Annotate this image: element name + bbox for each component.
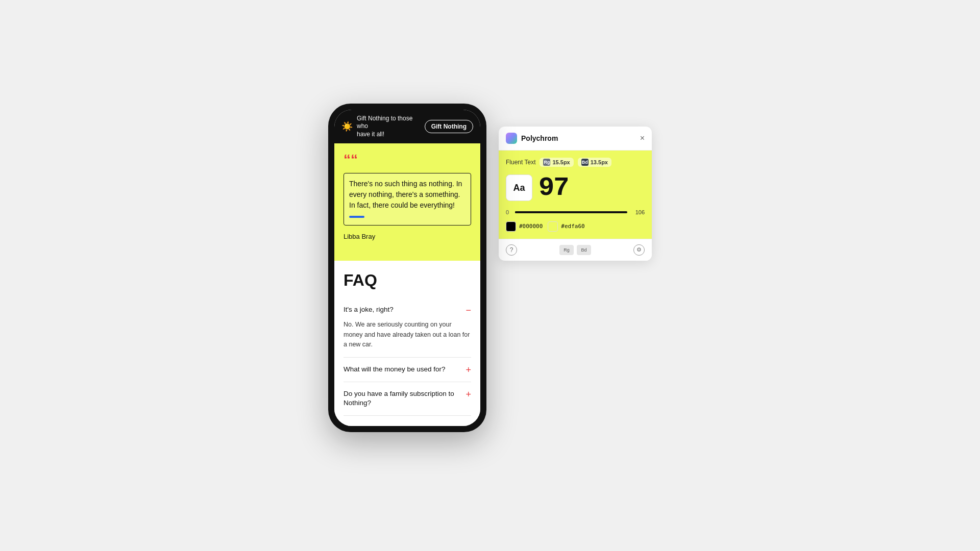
faq-toggle-icon-2: + xyxy=(465,365,471,374)
contrast-slider[interactable] xyxy=(515,211,627,213)
faq-item-2[interactable]: What will the money be used for? + xyxy=(344,358,471,382)
slider-min-label: 0 xyxy=(506,209,511,215)
fluent-badge-bd: Bd 13.5px xyxy=(578,158,611,167)
text-selection-indicator xyxy=(349,216,364,218)
slider-row: 0 106 xyxy=(506,209,645,215)
fluent-text-row: Fluent Text Rg 15.5px Bd 13.5px xyxy=(506,158,645,167)
quote-marks-icon: ““ xyxy=(344,153,471,167)
color-swatch-yellow xyxy=(548,221,558,232)
slider-fill xyxy=(515,211,624,213)
preview-row: Aa 97 xyxy=(506,173,645,203)
color-value-black: #000000 xyxy=(519,223,543,230)
footer-thumb-rg[interactable]: Rg xyxy=(559,245,574,255)
bd-badge-icon: Bd xyxy=(581,159,589,166)
faq-question-row-1[interactable]: It's a joke, right? − xyxy=(344,305,471,315)
footer-thumb-bd[interactable]: Bd xyxy=(577,245,591,255)
polychrom-close-button[interactable]: × xyxy=(640,134,645,143)
phone-topbar: ☀️ Gift Nothing to those who have it all… xyxy=(334,110,480,144)
faq-question-3: Do you have a family subscription to Not… xyxy=(344,389,461,409)
color-chip-yellow: #edfa60 xyxy=(548,221,584,232)
topbar-left: ☀️ Gift Nothing to those who have it all… xyxy=(341,115,421,139)
faq-answer-1: No. We are seriously counting on your mo… xyxy=(344,320,471,349)
help-icon[interactable]: ? xyxy=(506,244,517,256)
slider-max-label: 106 xyxy=(631,209,645,215)
faq-question-2: What will the money be used for? xyxy=(344,365,461,374)
polychrom-body: Fluent Text Rg 15.5px Bd 13.5px Aa 97 0 xyxy=(499,151,652,239)
faq-item-1[interactable]: It's a joke, right? − No. We are serious… xyxy=(344,298,471,357)
gift-nothing-button[interactable]: Gift Nothing xyxy=(425,120,473,133)
polychrom-logo-icon xyxy=(506,133,517,144)
sun-icon: ☀️ xyxy=(341,121,353,132)
color-swatches-row: #000000 #edfa60 xyxy=(506,221,645,232)
faq-toggle-icon-3: + xyxy=(465,390,471,399)
contrast-score: 97 xyxy=(538,173,568,203)
settings-icon[interactable]: ⚙ xyxy=(633,244,645,256)
faq-section: FAQ It's a joke, right? − No. We are ser… xyxy=(334,261,480,426)
polychrom-footer: ? Rg Bd ⚙ xyxy=(499,239,652,261)
faq-question-row-2[interactable]: What will the money be used for? + xyxy=(344,365,471,374)
color-chip-black: #000000 xyxy=(506,221,543,232)
polychrom-title: Polychrom xyxy=(521,134,558,142)
faq-question-1: It's a joke, right? xyxy=(344,305,461,315)
topbar-tagline: Gift Nothing to those who have it all! xyxy=(357,115,421,139)
faq-question-row-3[interactable]: Do you have a family subscription to Not… xyxy=(344,389,471,409)
footer-center-icons: Rg Bd xyxy=(559,245,591,255)
fluent-text-label: Fluent Text xyxy=(506,159,535,166)
polychrom-header: Polychrom × xyxy=(499,127,652,151)
faq-item-3[interactable]: Do you have a family subscription to Not… xyxy=(344,382,471,416)
color-swatch-black xyxy=(506,221,516,232)
aa-preview-box: Aa xyxy=(506,174,532,201)
polychrom-title-row: Polychrom xyxy=(506,133,558,144)
quote-text-box: There's no such thing as nothing. In eve… xyxy=(344,173,471,226)
bd-badge-value: 13.5px xyxy=(591,159,608,165)
faq-toggle-icon-1: − xyxy=(465,306,471,315)
color-value-yellow: #edfa60 xyxy=(561,223,584,230)
quote-text: There's no such thing as nothing. In eve… xyxy=(349,180,462,209)
faq-title: FAQ xyxy=(344,271,471,290)
phone-screen: ☀️ Gift Nothing to those who have it all… xyxy=(334,110,480,427)
phone-mockup: ☀️ Gift Nothing to those who have it all… xyxy=(328,104,486,433)
polychrom-panel: Polychrom × Fluent Text Rg 15.5px Bd 13.… xyxy=(499,127,652,261)
quote-section: ““ There's no such thing as nothing. In … xyxy=(334,143,480,261)
quote-author: Libba Bray xyxy=(344,233,471,240)
fluent-badge-rg: Rg 15.5px xyxy=(540,158,573,167)
rg-badge-value: 15.5px xyxy=(552,159,570,165)
rg-badge-icon: Rg xyxy=(543,159,550,166)
